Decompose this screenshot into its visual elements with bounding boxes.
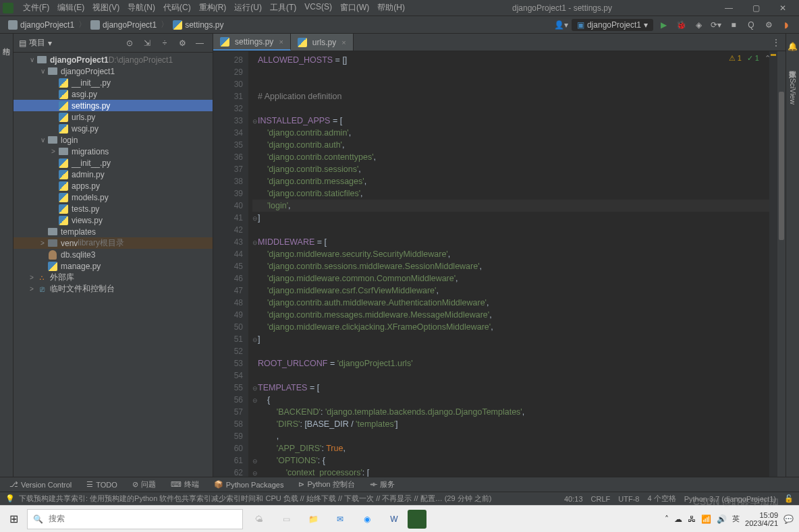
tree-row-admin.py[interactable]: admin.py — [13, 169, 213, 180]
structure-tab[interactable]: 结构 — [0, 36, 13, 477]
tree-expander[interactable]: ∨ — [27, 56, 36, 63]
close-tab-icon[interactable]: × — [341, 38, 346, 47]
tree-row-wsgi.py[interactable]: wsgi.py — [13, 123, 213, 134]
panel-settings-icon[interactable]: ⚙ — [175, 36, 190, 51]
menu-VCS(S)[interactable]: VCS(S) — [300, 2, 336, 13]
add-user-icon[interactable]: 👤▾ — [554, 18, 569, 32]
edge-icon[interactable]: ◉ — [354, 506, 381, 533]
tree-row-tests.py[interactable]: tests.py — [13, 203, 213, 214]
tree-row-venv[interactable]: >venv library根目录 — [13, 237, 213, 249]
tree-expander[interactable]: > — [27, 274, 36, 281]
status-message[interactable]: 下载预构建共享索引: 使用预构建的Python 软件包共享索引减少索引时间和 C… — [19, 494, 491, 504]
onedrive-icon[interactable]: ☁ — [674, 514, 682, 524]
tray-lang[interactable]: 英 — [732, 514, 740, 524]
bottom-tab-服务[interactable]: ⬲服务 — [363, 477, 402, 492]
line-separator[interactable]: CRLF — [591, 495, 611, 503]
menu-帮助(H)[interactable]: 帮助(H) — [373, 2, 409, 13]
stop-button[interactable]: ■ — [726, 18, 741, 32]
tray-date[interactable]: 2023/4/21 — [745, 519, 778, 527]
coverage-button[interactable]: ◈ — [691, 18, 706, 32]
notifications-icon[interactable]: 🔔 — [786, 39, 800, 54]
minimize-button[interactable]: — — [715, 0, 742, 16]
menu-视图(V)[interactable]: 视图(V) — [88, 2, 123, 13]
mail-icon[interactable]: ✉ — [327, 506, 354, 533]
tree-row-外部库[interactable]: >⛬外部库 — [13, 272, 213, 283]
tree-expander[interactable]: ∨ — [38, 136, 47, 144]
maximize-button[interactable]: ▢ — [742, 0, 769, 16]
bottom-tab-Version Control[interactable]: ⎇Version Control — [3, 477, 78, 492]
lock-icon[interactable]: 🔓 — [784, 494, 794, 503]
tree-row-urls.py[interactable]: urls.py — [13, 111, 213, 123]
weak-warnings-icon[interactable]: ✓ 1 — [747, 54, 759, 63]
tree-expander[interactable]: > — [27, 285, 36, 293]
assistant-icon[interactable]: ◗ — [779, 18, 794, 32]
menu-导航(N)[interactable]: 导航(N) — [123, 2, 159, 13]
bottom-tab-问题[interactable]: ⊘问题 — [126, 477, 163, 492]
notifications-tray-icon[interactable]: 💬 — [783, 514, 794, 524]
sciview-tab[interactable]: SciView — [789, 76, 797, 107]
menu-运行(U)[interactable]: 运行(U) — [230, 2, 266, 13]
weather-widget[interactable]: 🌤 — [246, 506, 273, 533]
run-config-selector[interactable]: ▣ djangoProject1 ▾ — [572, 19, 653, 31]
code-editor[interactable]: ALLOWED_HOSTS = []# Application definiti… — [248, 51, 769, 477]
database-tab[interactable]: 数据库 — [788, 62, 798, 67]
tree-expander[interactable]: > — [38, 239, 47, 247]
tab-settings.py[interactable]: settings.py× — [213, 34, 291, 51]
settings-button[interactable]: ⚙ — [761, 18, 776, 32]
error-stripe[interactable] — [769, 51, 777, 477]
explorer-icon[interactable]: 📁 — [300, 506, 327, 533]
taskbar-search[interactable]: 🔍 搜索 — [27, 509, 243, 529]
tree-row-djangoProject1[interactable]: ∨djangoProject1 D:\djangoProject1 — [13, 54, 213, 65]
tree-row-asgi.py[interactable]: asgi.py — [13, 88, 213, 100]
panel-dropdown-icon[interactable]: ▾ — [48, 38, 52, 48]
line-gutter[interactable]: 2829303132333435363738394041424344454647… — [213, 51, 248, 477]
tray-time[interactable]: 15:09 — [745, 511, 778, 519]
tree-row-templates[interactable]: templates — [13, 226, 213, 237]
tree-row-login[interactable]: ∨login — [13, 134, 213, 146]
bottom-tab-Python Packages[interactable]: 📦Python Packages — [207, 477, 291, 492]
select-open-file-icon[interactable]: ⊙ — [122, 36, 137, 51]
menu-工具(T)[interactable]: 工具(T) — [266, 2, 300, 13]
tree-row-manage.py[interactable]: manage.py — [13, 260, 213, 272]
bottom-tab-Python 控制台[interactable]: ⊳Python 控制台 — [292, 477, 361, 492]
tree-row-apps.py[interactable]: apps.py — [13, 180, 213, 191]
tree-row-__init__.py[interactable]: __init__.py — [13, 157, 213, 169]
menu-重构(R)[interactable]: 重构(R) — [195, 2, 231, 13]
close-button[interactable]: ✕ — [769, 0, 796, 16]
caret-position[interactable]: 40:13 — [564, 495, 583, 503]
pycharm-icon[interactable] — [408, 510, 426, 529]
search-button[interactable]: Q — [744, 18, 759, 32]
bottom-tab-终端[interactable]: ⌨终端 — [164, 477, 206, 492]
tree-row-临时文件和控制台[interactable]: >⎚临时文件和控制台 — [13, 283, 213, 295]
menu-代码(C)[interactable]: 代码(C) — [159, 2, 195, 13]
breadcrumb-settings.py[interactable]: settings.py — [170, 20, 226, 30]
network-icon[interactable]: 🖧 — [688, 514, 696, 524]
menu-编辑(E)[interactable]: 编辑(E) — [53, 2, 88, 13]
tree-row-migrations[interactable]: >migrations — [13, 146, 213, 157]
profile-button[interactable]: ⟳▾ — [709, 18, 723, 32]
start-button[interactable]: ⊞ — [0, 506, 27, 533]
collapse-icon[interactable]: ÷ — [157, 36, 172, 51]
tip-icon[interactable]: 💡 — [5, 494, 15, 503]
menu-文件(F)[interactable]: 文件(F) — [19, 2, 53, 13]
tree-expander[interactable]: > — [49, 148, 58, 155]
tree-row-views.py[interactable]: views.py — [13, 214, 213, 226]
warnings-icon[interactable]: ⚠ 1 — [729, 54, 742, 63]
tree-row-models.py[interactable]: models.py — [13, 191, 213, 203]
vertical-scrollbar[interactable] — [777, 51, 786, 477]
task-view-button[interactable]: ▭ — [273, 506, 300, 533]
run-button[interactable]: ▶ — [656, 18, 671, 32]
breadcrumb-djangoProject1[interactable]: djangoProject1 — [5, 20, 77, 30]
bottom-tab-TODO[interactable]: ☰TODO — [80, 477, 124, 492]
encoding[interactable]: UTF-8 — [618, 495, 639, 503]
breadcrumb-djangoProject1[interactable]: djangoProject1 — [88, 20, 159, 30]
tree-row-djangoProject1[interactable]: ∨djangoProject1 — [13, 65, 213, 77]
tabs-more-icon[interactable]: ⋮ — [767, 34, 786, 51]
tray-expand-icon[interactable]: ˄ — [665, 514, 669, 524]
expand-all-icon[interactable]: ⇲ — [140, 36, 155, 51]
tree-row-__init__.py[interactable]: __init__.py — [13, 77, 213, 88]
wifi-icon[interactable]: 📶 — [701, 514, 711, 524]
close-tab-icon[interactable]: × — [279, 38, 283, 46]
tree-expander[interactable]: ∨ — [38, 67, 47, 75]
debug-button[interactable]: 🐞 — [673, 18, 688, 32]
